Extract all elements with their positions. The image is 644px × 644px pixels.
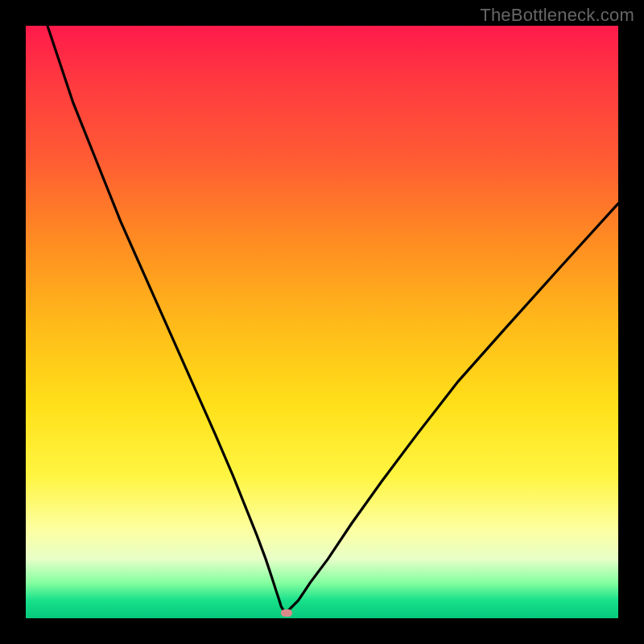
bottleneck-curve <box>26 26 618 618</box>
watermark-text: TheBottleneck.com <box>480 5 634 26</box>
optimal-marker <box>281 609 292 617</box>
chart-frame: TheBottleneck.com <box>0 0 644 644</box>
plot-area <box>26 26 618 618</box>
